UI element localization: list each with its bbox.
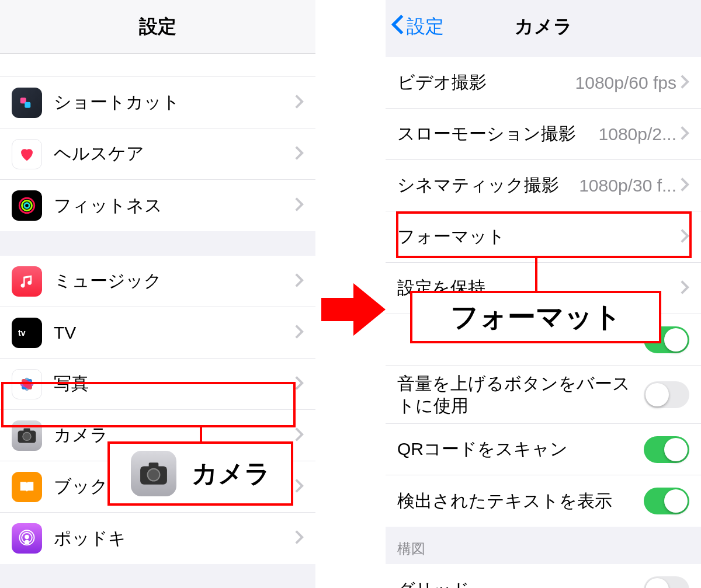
chevron-right-icon (294, 197, 304, 214)
nav-title-left: 設定 (139, 14, 176, 40)
health-label: ヘルスケア (54, 142, 294, 166)
svg-point-4 (25, 203, 30, 208)
callout-format-label: フォーマット (450, 298, 622, 336)
settings-row-fitness[interactable]: フィットネス (0, 180, 315, 231)
settings-group-1: ショートカット ヘルスケア フィットネス (0, 54, 315, 231)
row-grid[interactable]: グリッド (386, 564, 701, 588)
music-icon (12, 266, 42, 297)
chevron-right-icon (680, 74, 689, 92)
camera-icon-large (131, 451, 176, 496)
svg-point-17 (25, 535, 29, 540)
row-cinematic-value: 1080p/30 f... (579, 176, 676, 196)
row-slomo-label: スローモーション撮影 (397, 122, 599, 146)
podcasts-icon (12, 523, 42, 554)
row-video-record[interactable]: ビデオ撮影 1080p/60 fps (386, 57, 701, 109)
svg-point-15 (23, 432, 31, 440)
tv-label: TV (54, 323, 294, 343)
shortcuts-label: ショートカット (54, 91, 294, 114)
row-format[interactable]: フォーマット (386, 211, 701, 263)
row-slomo-value: 1080p/2... (599, 124, 676, 144)
fitness-icon (12, 190, 42, 221)
row-qr-scan-label: QRコードをスキャン (397, 437, 644, 461)
toggle-switch[interactable] (644, 576, 689, 588)
health-icon (12, 139, 42, 169)
tv-icon: tv (12, 318, 42, 348)
toggle-switch[interactable] (644, 488, 689, 514)
chevron-right-icon (294, 530, 304, 547)
chevron-right-icon (294, 145, 304, 163)
settings-row-cut[interactable] (0, 54, 315, 77)
svg-rect-16 (23, 428, 30, 432)
nav-header-left: 設定 (0, 0, 315, 54)
settings-row-shortcuts[interactable]: ショートカット (0, 77, 315, 128)
nav-title-right: カメラ (515, 14, 572, 40)
svg-rect-1 (25, 102, 30, 107)
callout-format: フォーマット (410, 291, 661, 343)
row-volume-burst-label: 音量を上げるボタンをバーストに使用 (397, 368, 644, 421)
toggle-switch[interactable] (644, 381, 689, 408)
camera-icon (12, 420, 42, 451)
chevron-right-icon (680, 126, 689, 143)
settings-row-tv[interactable]: tv TV (0, 307, 315, 359)
back-label: 設定 (407, 14, 444, 40)
settings-row-music[interactable]: ミュージック (0, 256, 315, 307)
chevron-right-icon (294, 324, 304, 342)
row-video-record-label: ビデオ撮影 (397, 71, 575, 95)
shortcuts-icon (12, 88, 42, 118)
music-label: ミュージック (54, 269, 294, 293)
row-video-record-value: 1080p/60 fps (575, 73, 676, 93)
toggle-switch[interactable] (644, 436, 689, 463)
callout-camera-label: カメラ (192, 457, 270, 491)
settings-row-podcasts[interactable]: ポッドキ (0, 513, 315, 564)
chevron-right-icon (294, 427, 304, 444)
fitness-label: フィットネス (54, 194, 294, 218)
highlight-connector (535, 258, 537, 291)
nav-header-right: 設定 カメラ (386, 0, 701, 54)
row-detected-text[interactable]: 検出されたテキストを表示 (386, 475, 701, 527)
chevron-right-icon (680, 280, 689, 297)
svg-point-3 (22, 201, 32, 211)
row-grid-label: グリッド (397, 578, 644, 589)
section-header-composition: 構図 (386, 527, 701, 564)
svg-text:tv: tv (18, 328, 26, 338)
chevron-right-icon (294, 478, 304, 496)
chevron-right-icon (680, 177, 689, 194)
settings-row-photos[interactable]: 写真 (0, 359, 315, 410)
row-cinematic[interactable]: シネマティック撮影 1080p/30 f... (386, 160, 701, 211)
callout-camera: カメラ (107, 441, 293, 506)
row-detected-text-label: 検出されたテキストを表示 (397, 489, 644, 513)
chevron-right-icon (680, 228, 689, 246)
books-icon (12, 472, 42, 502)
podcasts-label: ポッドキ (54, 527, 294, 551)
chevron-right-icon (294, 375, 304, 393)
row-cinematic-label: シネマティック撮影 (397, 173, 579, 197)
camera-group-2: グリッド (386, 564, 701, 588)
row-volume-burst[interactable]: 音量を上げるボタンをバーストに使用 (386, 366, 701, 424)
arrow-icon (321, 280, 386, 339)
settings-group-2: ミュージック tv TV (0, 256, 315, 564)
chevron-right-icon (294, 273, 304, 290)
svg-point-24 (147, 469, 159, 481)
photos-icon (12, 369, 42, 399)
chevron-right-icon (294, 94, 304, 112)
chevron-left-icon (391, 14, 404, 40)
row-slomo[interactable]: スローモーション撮影 1080p/2... (386, 109, 701, 160)
row-format-label: フォーマット (397, 225, 680, 249)
photos-label: 写真 (54, 372, 294, 396)
row-qr-scan[interactable]: QRコードをスキャン (386, 424, 701, 475)
back-button[interactable]: 設定 (391, 14, 444, 40)
highlight-connector (200, 427, 202, 441)
settings-row-health[interactable]: ヘルスケア (0, 128, 315, 180)
svg-rect-25 (148, 462, 158, 467)
